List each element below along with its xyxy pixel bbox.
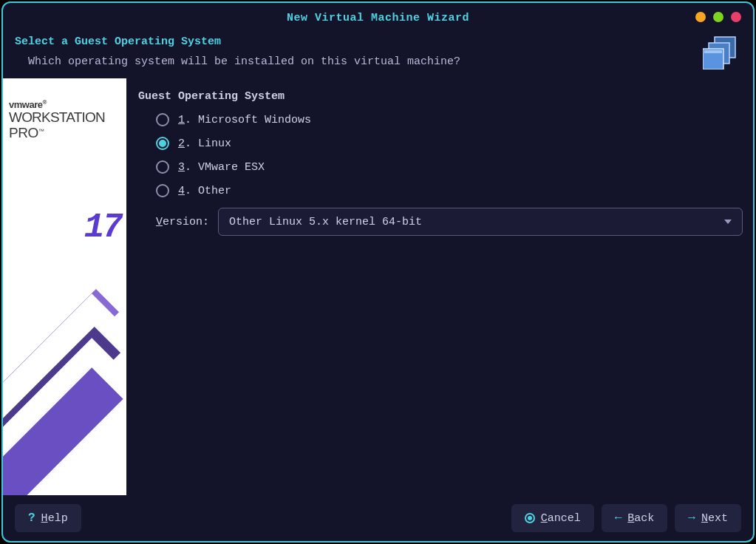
version-select-value: Other Linux 5.x kernel 64-bit [229,216,422,228]
version-17-text: 17 [84,208,120,247]
window-controls [695,12,741,22]
page-title: Select a Guest Operating System [15,35,741,48]
guest-os-radio-other[interactable]: 4. Other [156,184,743,197]
window-title: New Virtual Machine Wizard [287,12,469,24]
version-select[interactable]: Other Linux 5.x kernel 64-bit [218,208,743,236]
cancel-icon [525,513,535,523]
help-button[interactable]: ? Help [15,504,81,532]
radio-icon [156,113,169,126]
next-button-label: Next [701,512,728,525]
guest-os-radio-microsoft-windows[interactable]: 1. Microsoft Windows [156,113,743,126]
guest-os-section-label: Guest Operating System [138,90,743,103]
minimize-button[interactable] [695,12,706,22]
radio-label: 1. Microsoft Windows [178,114,311,126]
cancel-button-label: Cancel [541,512,581,525]
maximize-button[interactable] [713,12,723,22]
page-subtitle: Which operating system will be installed… [15,55,741,68]
chevron-down-icon [724,220,732,224]
tm-text: ™ [38,128,44,135]
radio-icon [156,184,169,197]
close-button[interactable] [731,12,741,22]
guest-os-radio-vmware-esx[interactable]: 3. VMware ESX [156,160,743,174]
radio-icon [156,137,169,150]
arrow-right-icon: → [688,511,695,525]
wizard-footer: ? Help Cancel ← Back → Next [3,495,753,541]
radio-label: 4. Other [178,185,231,197]
svg-rect-3 [704,50,722,53]
radio-label: 2. Linux [178,137,231,150]
guest-os-radio-group: 1. Microsoft Windows2. Linux3. VMware ES… [138,113,743,197]
content-area: vmware WORKSTATION PRO™ 17 Guest Operati… [3,78,753,495]
titlebar: New Virtual Machine Wizard [3,3,753,33]
guest-os-radio-linux[interactable]: 2. Linux [156,137,743,150]
back-button-label: Back [627,512,654,525]
back-button[interactable]: ← Back [602,504,668,532]
version-row: Version: Other Linux 5.x kernel 64-bit [138,208,743,236]
decorative-stripes [3,303,126,495]
help-button-label: Help [41,512,68,525]
product-text: WORKSTATION [9,110,120,125]
radio-label: 3. VMware ESX [178,161,265,174]
radio-icon [156,160,169,174]
wizard-header: Select a Guest Operating System Which op… [3,33,753,78]
os-cascade-icon [703,34,738,69]
brand-text: vmware [9,99,120,110]
wizard-window: New Virtual Machine Wizard Select a Gues… [1,1,755,543]
side-branding-panel: vmware WORKSTATION PRO™ 17 [3,78,126,495]
vmware-logo: vmware WORKSTATION PRO™ [3,78,126,141]
question-icon: ? [28,511,35,525]
arrow-left-icon: ← [615,511,622,525]
version-label: Version: [156,216,209,228]
product-pro-text: PRO [9,125,38,140]
main-panel: Guest Operating System 1. Microsoft Wind… [126,78,753,495]
next-button[interactable]: → Next [675,504,741,532]
cancel-button[interactable]: Cancel [511,504,594,532]
